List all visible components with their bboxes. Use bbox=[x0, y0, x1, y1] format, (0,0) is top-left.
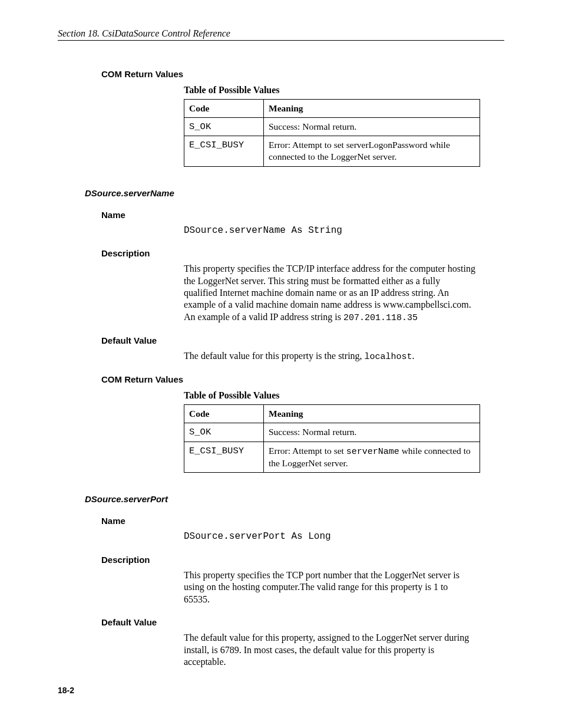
table-title-1: Table of Possible Values bbox=[184, 85, 504, 95]
th-meaning: Meaning bbox=[264, 405, 480, 423]
table-row: S_OK Success: Normal return. bbox=[184, 118, 480, 136]
th-code: Code bbox=[184, 100, 264, 118]
default-pre: The default value for this property is t… bbox=[184, 351, 365, 361]
code-cell: E_CSI_BUSY bbox=[184, 442, 264, 473]
th-meaning: Meaning bbox=[264, 100, 480, 118]
description-heading: Description bbox=[101, 555, 504, 565]
code-cell: S_OK bbox=[184, 118, 264, 136]
meaning-cell: Error: Attempt to set serverName while c… bbox=[264, 442, 480, 473]
description-text-servername: This property specifies the TCP/IP inter… bbox=[184, 263, 475, 324]
page-number: 18-2 bbox=[58, 686, 74, 695]
meaning-pre: Error: Attempt to set bbox=[269, 446, 346, 456]
com-return-values-heading-1: COM Return Values bbox=[101, 69, 504, 79]
table-header-row: Code Meaning bbox=[184, 100, 480, 118]
default-value-heading: Default Value bbox=[101, 617, 504, 627]
code-cell: S_OK bbox=[184, 423, 264, 442]
desc-code: 207.201.118.35 bbox=[343, 313, 418, 323]
return-values-table-2: Code Meaning S_OK Success: Normal return… bbox=[184, 404, 480, 473]
return-values-table-1: Code Meaning S_OK Success: Normal return… bbox=[184, 99, 480, 167]
table-title-2: Table of Possible Values bbox=[184, 390, 504, 401]
desc-text: This property specifies the TCP/IP inter… bbox=[184, 263, 475, 322]
table-row: E_CSI_BUSY Error: Attempt to set serverL… bbox=[184, 136, 480, 166]
default-post: . bbox=[412, 351, 415, 361]
code-cell: E_CSI_BUSY bbox=[184, 136, 264, 166]
table-row: S_OK Success: Normal return. bbox=[184, 423, 480, 442]
signature-serverport: DSource.serverPort As Long bbox=[184, 531, 475, 542]
description-heading: Description bbox=[101, 248, 504, 258]
th-code: Code bbox=[184, 405, 264, 423]
name-heading: Name bbox=[101, 210, 504, 220]
meaning-code: serverName bbox=[346, 447, 399, 457]
meaning-cell: Error: Attempt to set serverLogonPasswor… bbox=[264, 136, 480, 166]
default-code: localhost bbox=[365, 352, 412, 362]
default-text-servername: The default value for this property is t… bbox=[184, 350, 475, 363]
default-text-serverport: The default value for this property, ass… bbox=[184, 632, 475, 668]
com-return-values-heading-2: COM Return Values bbox=[101, 374, 504, 384]
table-header-row: Code Meaning bbox=[184, 405, 480, 423]
meaning-cell: Success: Normal return. bbox=[264, 423, 480, 442]
property-heading-serverport: DSource.serverPort bbox=[85, 494, 504, 504]
name-heading: Name bbox=[101, 516, 504, 526]
running-header: Section 18. CsiDataSource Control Refere… bbox=[58, 28, 504, 41]
default-value-heading: Default Value bbox=[101, 335, 504, 345]
signature-servername: DSource.serverName As String bbox=[184, 225, 475, 236]
property-heading-servername: DSource.serverName bbox=[85, 188, 504, 198]
meaning-cell: Success: Normal return. bbox=[264, 118, 480, 136]
description-text-serverport: This property specifies the TCP port num… bbox=[184, 569, 475, 605]
table-row: E_CSI_BUSY Error: Attempt to set serverN… bbox=[184, 442, 480, 473]
